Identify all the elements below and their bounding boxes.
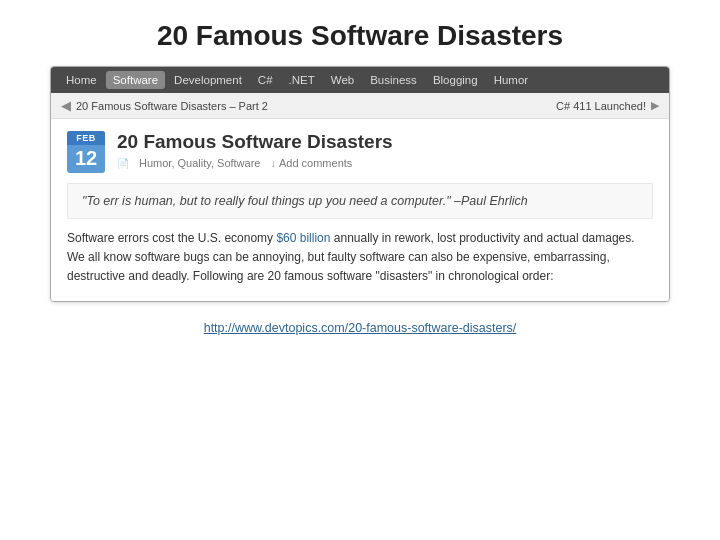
post-title-block: 20 Famous Software Disasters 📄 Humor, Qu… <box>117 131 653 169</box>
nav-item-csharp[interactable]: C# <box>251 71 280 89</box>
nav-item-dotnet[interactable]: .NET <box>282 71 322 89</box>
nav-item-business[interactable]: Business <box>363 71 424 89</box>
quote-block: "To err is human, but to really foul thi… <box>67 183 653 219</box>
breadcrumb-bar: ◀ 20 Famous Software Disasters – Part 2 … <box>51 93 669 119</box>
page-title: 20 Famous Software Disasters <box>157 20 563 52</box>
post-tags: Humor, Quality, Software <box>139 157 260 169</box>
sixty-billion-link[interactable]: $60 billion <box>276 231 330 245</box>
date-day: 12 <box>67 145 105 173</box>
nav-item-software[interactable]: Software <box>106 71 165 89</box>
footer-link-container: http://www.devtopics.com/20-famous-softw… <box>154 318 567 336</box>
document-icon: 📄 <box>117 158 129 169</box>
nav-item-blogging[interactable]: Blogging <box>426 71 485 89</box>
body-text-start: Software errors cost the U.S. economy <box>67 231 276 245</box>
date-month: Feb <box>67 131 105 145</box>
post-header: Feb 12 20 Famous Software Disasters 📄 Hu… <box>67 131 653 173</box>
add-comments-label: Add comments <box>279 157 352 169</box>
left-arrow-icon: ◀ <box>61 98 71 113</box>
breadcrumb-left: ◀ 20 Famous Software Disasters – Part 2 <box>61 98 268 113</box>
breadcrumb-right-text: C# 411 Launched! <box>556 100 646 112</box>
date-badge: Feb 12 <box>67 131 105 173</box>
down-arrow-icon: ↓ <box>270 157 276 169</box>
nav-item-home[interactable]: Home <box>59 71 104 89</box>
nav-item-web[interactable]: Web <box>324 71 361 89</box>
article-link[interactable]: http://www.devtopics.com/20-famous-softw… <box>204 321 517 335</box>
quote-text: "To err is human, but to really foul thi… <box>82 194 528 208</box>
breadcrumb-left-text: 20 Famous Software Disasters – Part 2 <box>76 100 268 112</box>
nav-bar: Home Software Development C# .NET Web Bu… <box>51 67 669 93</box>
right-arrow-icon: ▶ <box>651 99 659 112</box>
body-text: Software errors cost the U.S. economy $6… <box>67 229 653 287</box>
browser-frame: Home Software Development C# .NET Web Bu… <box>50 66 670 302</box>
nav-item-development[interactable]: Development <box>167 71 249 89</box>
nav-item-humor[interactable]: Humor <box>487 71 536 89</box>
breadcrumb-right: C# 411 Launched! ▶ <box>556 99 659 112</box>
post-article-title: 20 Famous Software Disasters <box>117 131 653 153</box>
post-meta: 📄 Humor, Quality, Software ↓ Add comment… <box>117 157 653 169</box>
add-comments[interactable]: ↓ Add comments <box>270 157 352 169</box>
content-area: Feb 12 20 Famous Software Disasters 📄 Hu… <box>51 119 669 301</box>
